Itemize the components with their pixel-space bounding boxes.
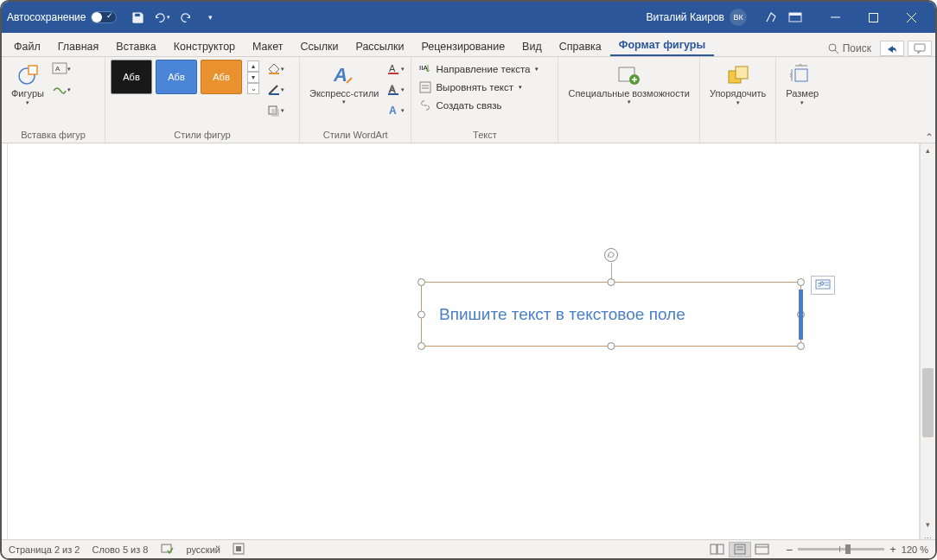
tab-references[interactable]: Ссылки (291, 37, 347, 56)
collapse-ribbon-icon[interactable]: ⌃ (925, 131, 934, 143)
minimize-button[interactable] (816, 2, 854, 33)
save-icon[interactable] (129, 9, 146, 26)
resize-handle[interactable] (797, 278, 805, 286)
comments-button[interactable] (908, 41, 932, 56)
resize-handle[interactable] (418, 342, 425, 350)
zoom-level[interactable]: 120 % (902, 544, 928, 555)
text-effects-icon[interactable]: A▾ (386, 101, 405, 120)
accessibility-button[interactable]: Специальные возможности ▾ (564, 60, 693, 108)
vertical-scrollbar[interactable]: ▴ ▾ ⋯ (920, 143, 935, 545)
share-button[interactable] (880, 41, 904, 56)
spellcheck-icon[interactable] (161, 543, 175, 557)
ribbon-tabs: Файл Главная Вставка Конструктор Макет С… (2, 33, 935, 57)
print-layout-icon[interactable] (729, 542, 751, 557)
zoom-slider[interactable] (798, 548, 884, 550)
wordart-icon: A (331, 62, 357, 88)
textbox-icon[interactable]: A▾ (52, 60, 71, 79)
resize-handle[interactable] (418, 310, 425, 318)
qat-customize-icon[interactable]: ▾ (201, 9, 219, 26)
resize-handle[interactable] (797, 342, 805, 350)
user-account[interactable]: Виталий Каиров ВК (646, 9, 747, 26)
arrange-button[interactable]: Упорядочить ▾ (705, 60, 770, 110)
tab-help[interactable]: Справка (551, 37, 610, 56)
shape-outline-icon[interactable]: ▾ (266, 80, 285, 99)
rotate-handle[interactable] (604, 248, 618, 262)
size-button[interactable]: Размер ▾ (781, 60, 823, 110)
create-link-button[interactable]: Создать связь (417, 98, 540, 113)
edit-shape-icon[interactable]: ▾ (52, 80, 71, 99)
maximize-button[interactable] (854, 2, 892, 33)
svg-rect-41 (755, 544, 768, 554)
zoom-in-icon[interactable]: + (889, 543, 896, 556)
size-icon (789, 62, 815, 88)
shape-style-2[interactable]: Абв (156, 60, 197, 94)
web-layout-icon[interactable] (751, 542, 774, 557)
gallery-more-icon[interactable]: ⌄ (247, 83, 259, 94)
language-indicator[interactable]: русский (187, 544, 220, 555)
svg-rect-37 (717, 544, 723, 554)
page[interactable]: Впишите текст в текстовое поле (7, 143, 920, 545)
shape-style-1[interactable]: Абв (111, 60, 152, 94)
autosave-toggle[interactable] (91, 11, 117, 23)
svg-text:A: A (55, 65, 61, 73)
word-count[interactable]: Слово 5 из 8 (92, 544, 148, 555)
arrange-icon (725, 62, 751, 88)
ribbon-display-icon[interactable] (787, 9, 804, 26)
tab-layout[interactable]: Макет (244, 37, 291, 56)
scroll-thumb[interactable] (922, 368, 934, 437)
scroll-up-icon[interactable]: ▴ (921, 143, 935, 157)
svg-rect-31 (795, 69, 807, 81)
group-label-insert-shapes: Вставка фигур (7, 129, 99, 141)
gallery-down-icon[interactable]: ▾ (247, 72, 259, 83)
coming-soon-icon[interactable] (762, 9, 780, 26)
redo-icon[interactable] (177, 9, 194, 26)
tab-insert[interactable]: Вставка (107, 37, 164, 56)
shapes-button[interactable]: Фигуры ▾ (7, 60, 48, 110)
align-text-button[interactable]: Выровнять текст▾ (417, 80, 540, 95)
group-label-shape-styles: Стили фигур (111, 129, 294, 141)
document-area: ⌃ Впишите текст в текстовое поле ▴ ▾ ⋯ (2, 143, 935, 545)
wordart-express-styles[interactable]: A Экспресс-стили ▾ (305, 60, 383, 108)
text-direction-icon: IIA (418, 62, 432, 76)
zoom-out-icon[interactable]: − (786, 543, 793, 557)
svg-rect-13 (269, 73, 279, 74)
undo-icon[interactable]: ▾ (153, 9, 170, 26)
resize-handle[interactable] (608, 342, 615, 350)
autosave-label: Автосохранение (7, 11, 86, 23)
gallery-up-icon[interactable]: ▴ (247, 60, 259, 72)
search-box[interactable]: Поиск (823, 42, 876, 54)
title-bar: Автосохранение ▾ ▾ Виталий Каиров ВК (2, 2, 935, 33)
tab-home[interactable]: Главная (49, 37, 108, 56)
avatar: ВК (730, 9, 747, 26)
accessibility-icon (616, 62, 642, 88)
read-mode-icon[interactable] (706, 542, 729, 557)
svg-rect-14 (269, 93, 279, 95)
text-direction-button[interactable]: IIAНаправление текста▾ (417, 61, 540, 77)
layout-options-icon[interactable] (811, 276, 835, 295)
comment-icon (914, 43, 926, 54)
tab-mailings[interactable]: Рассылки (347, 37, 412, 56)
tab-design[interactable]: Конструктор (165, 37, 244, 56)
tab-view[interactable]: Вид (513, 37, 551, 56)
text-fill-icon[interactable]: A▾ (386, 60, 405, 79)
tab-review[interactable]: Рецензирование (413, 37, 514, 56)
scroll-down-icon[interactable]: ▾ (921, 518, 935, 531)
shape-fill-icon[interactable]: ▾ (266, 60, 285, 79)
shape-style-3[interactable]: Абв (201, 60, 242, 94)
shape-effects-icon[interactable]: ▾ (266, 101, 285, 120)
text-outline-icon[interactable]: A▾ (386, 80, 405, 99)
text-box-shape[interactable]: Впишите текст в текстовое поле (421, 282, 801, 347)
macro-icon[interactable] (233, 543, 245, 557)
close-button[interactable] (892, 2, 930, 33)
svg-rect-30 (736, 67, 748, 79)
quick-access-toolbar: ▾ ▾ (129, 9, 219, 26)
tab-shape-format[interactable]: Формат фигуры (610, 35, 714, 56)
text-cursor (799, 290, 803, 340)
ribbon: Фигуры ▾ A▾ ▾ Вставка фигур Абв Абв Абв … (2, 57, 935, 143)
resize-handle[interactable] (418, 278, 425, 286)
tab-file[interactable]: Файл (5, 37, 49, 56)
page-indicator[interactable]: Страница 2 из 2 (9, 544, 80, 555)
svg-text:A: A (333, 64, 347, 86)
svg-rect-8 (915, 44, 925, 51)
window-controls (816, 2, 930, 33)
